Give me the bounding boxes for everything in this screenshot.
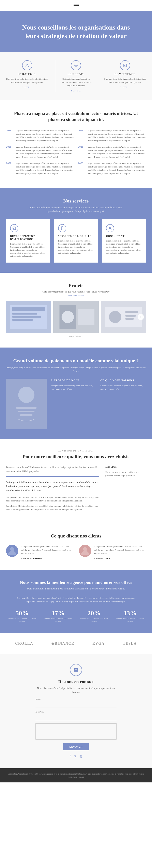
year-2022: 2022 [6, 162, 14, 175]
contact-heading: Restons en contact [6, 679, 146, 684]
logo-tesla: TESLA [123, 642, 137, 646]
svg-rect-18 [109, 311, 121, 323]
svg-rect-8 [12, 307, 45, 311]
stat-3-number: 20% [78, 610, 110, 617]
services-heading: Nos services [6, 198, 146, 204]
avatar-maria [79, 545, 91, 557]
testimonials-heading: Ce que disent nos clients [6, 533, 146, 539]
svg-rect-25 [18, 411, 34, 412]
stat-2: 17% Amélioration des ventes pour votre s… [42, 610, 74, 623]
history-item-2023: 2023 Agence de recrutement qui offrirait… [78, 162, 146, 175]
instagram-link[interactable]: ◎ [79, 754, 82, 758]
results-link[interactable]: SUITE... [71, 89, 81, 92]
hero-title: Nous conseillons les organisations dans … [15, 23, 137, 40]
history-text-2019: Agence de recrutement qui offrirait d'ai… [88, 129, 146, 142]
contact-name-input[interactable] [35, 702, 117, 708]
logo-crolla: CROLLA [15, 642, 33, 646]
mission-content: Brave est une solution Web innovante, qu… [6, 465, 146, 513]
payment-subtitle: Impayé, sans banque ou avec des fourniss… [6, 366, 146, 373]
mission-text2: Sample text. Click to select this text b… [6, 504, 99, 511]
mobile-text: Lorem ipsum click to click this text box… [58, 239, 94, 254]
project-thumb-2 [53, 301, 99, 333]
mission-bar [6, 476, 99, 477]
what-we-do-heading: CE QUE NOUS FAISONS [100, 379, 146, 382]
services-grid: DÉVELOPPEMENT D'APPLICATIONS Lorem ipsum… [6, 219, 146, 262]
projects-quote: "Vous pouvez faire tout ce que vous voul… [6, 290, 146, 293]
mission-text1: Sample text. Click to select this text b… [6, 496, 99, 502]
strategy-text: Duis aute irure dolor in apprehenderit i… [6, 77, 48, 84]
hero-section: Nous conseillons les organisations dans … [0, 11, 152, 52]
competence-link[interactable]: SUITE... [120, 86, 130, 88]
strategy-icon [22, 60, 32, 70]
competence-text: Duis aute irure dolor in apprehenderit i… [104, 77, 146, 84]
facebook-link[interactable]: f [70, 754, 71, 758]
strategy-link[interactable]: SUITE... [22, 86, 32, 88]
twitter-link[interactable]: 𝕏 [74, 754, 76, 758]
results-icon [71, 60, 81, 70]
contact-message-textarea[interactable] [35, 723, 117, 740]
contact-name-label: NOM [35, 698, 117, 701]
competence-col: COMPÉTENCE Duis aute irure dolor in appr… [104, 60, 146, 92]
svg-rect-19 [125, 311, 137, 313]
year-2021: 2021 [78, 145, 86, 159]
payment-content: À PROPOS DE NOUS Excepteur sint occaecat… [6, 379, 146, 429]
stat-3-label: Amélioration des ventes pour votre secte… [78, 617, 110, 623]
competence-icon [120, 60, 130, 70]
payment-cols: À PROPOS DE NOUS Excepteur sint occaecat… [51, 379, 146, 391]
service-card-consultant: CONSULTANT Lorem ipsum click to click th… [102, 219, 146, 262]
svg-point-5 [109, 227, 111, 228]
contact-text: Nous disposons d'une équipe dédiée de pe… [35, 686, 117, 694]
payment-heading: Grand volume de paiements ou modèle comm… [6, 358, 146, 364]
contact-section: Restons en contact Nous disposons d'une … [0, 654, 152, 768]
mission-right-text: Excepteur sint occaecat cupidatat non pr… [105, 470, 146, 477]
stat-2-number: 17% [42, 610, 74, 617]
mobile-title: SERVICES DE MOBILITÉ [58, 235, 94, 238]
agency-desc: Tous travaillons directement pour une pl… [15, 596, 137, 603]
history-section: Pharetra magna ac placerat vestibulum le… [0, 100, 152, 188]
testimonials-grid: Sample text. Lorem ipsum dolor sit amet,… [6, 545, 146, 560]
what-we-do-col: CE QUE NOUS FAISONS Excepteur sint occae… [100, 379, 146, 391]
svg-point-30 [83, 547, 87, 551]
year-2023: 2023 [78, 162, 86, 175]
history-left-col: 2018 Agence de recrutement qui offrirait… [6, 129, 74, 178]
svg-rect-14 [78, 309, 95, 325]
mission-right-heading: Mission [105, 465, 146, 468]
stat-1: 50% Amélioration des ventes pour votre s… [6, 610, 38, 623]
hamburger-menu[interactable] [0, 0, 152, 11]
what-we-do-text: Excepteur sint occaecat cupidatat non pr… [100, 384, 146, 391]
svg-point-23 [18, 387, 34, 403]
avatar-jeffrey [6, 545, 18, 557]
projects-section: Projets "Vous pouvez faire tout ce que v… [0, 273, 152, 347]
history-item-2021: 2021 Agence de recrutement qui offrirait… [78, 145, 146, 159]
history-item-2019: 2019 Agence de recrutement qui offrirait… [78, 129, 146, 142]
slider-next-arrow[interactable]: › [138, 314, 144, 320]
svg-point-15 [61, 311, 74, 323]
results-col: RÉSULTATS Quis aute iure reprehenderit i… [55, 60, 97, 92]
stat-2-label: Amélioration des ventes pour votre secte… [42, 617, 74, 623]
services-section: Nos services Lorem ipsum dolor sit amet … [0, 188, 152, 273]
stats-grid: 50% Amélioration des ventes pour votre s… [6, 610, 146, 623]
history-item-2020: 2020 Agence de recrutement qui offrirait… [6, 145, 74, 159]
history-heading: Pharetra magna ac placerat vestibulum le… [6, 111, 146, 123]
year-2020: 2020 [6, 145, 14, 159]
testimonial-2-name: - MARIA CHEN [94, 557, 146, 560]
projects-slider: › [6, 301, 146, 333]
about-us-text: Excepteur sint occaecat cupidatat non pr… [51, 384, 96, 391]
project-thumb-1 [6, 301, 51, 333]
svg-rect-9 [12, 313, 37, 315]
contact-email-field: E-MAIL [35, 711, 117, 723]
svg-rect-10 [12, 316, 41, 318]
year-2018: 2018 [6, 129, 14, 142]
testimonial-1-content: Sample text. Lorem ipsum dolor sit amet,… [21, 545, 73, 560]
about-us-col: À PROPOS DE NOUS Excepteur sint occaecat… [51, 379, 96, 391]
contact-send-button[interactable]: ENVOYER [63, 743, 89, 750]
history-text-2021: Agence de recrutement qui offrirait d'ai… [88, 145, 146, 159]
payment-image [6, 379, 47, 429]
contact-email-input[interactable] [35, 714, 117, 720]
svg-point-4 [62, 229, 62, 229]
svg-point-28 [10, 547, 14, 551]
agency-heading: Nous sommes la meilleure agence pour amé… [6, 580, 146, 585]
contact-email-label: E-MAIL [35, 711, 117, 713]
history-text-2023: Agence de recrutement qui offrirait d'ai… [88, 162, 146, 175]
dev-title: DÉVELOPPEMENT D'APPLICATIONS [10, 235, 46, 241]
